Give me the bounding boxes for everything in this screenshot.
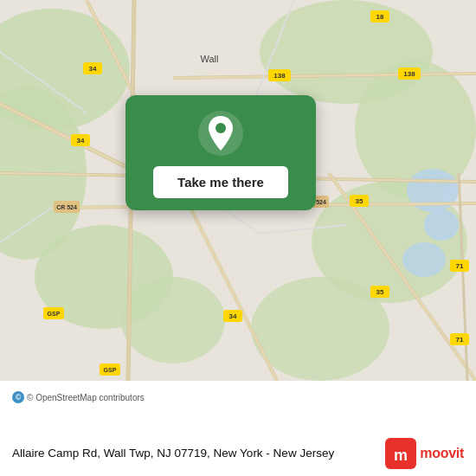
moovit-wordmark: moovit <box>420 446 464 461</box>
info-bar: © © OpenStreetMap contributors Allaire C… <box>0 381 476 476</box>
svg-text:34: 34 <box>89 65 97 73</box>
attribution-text: © OpenStreetMap contributors <box>27 393 145 402</box>
svg-text:18: 18 <box>376 13 384 21</box>
svg-text:m: m <box>394 447 408 464</box>
address-moovit-row: Allaire Camp Rd, Wall Twp, NJ 07719, New… <box>12 438 464 469</box>
svg-text:35: 35 <box>376 288 384 296</box>
svg-text:71: 71 <box>456 262 464 270</box>
svg-text:138: 138 <box>403 70 415 78</box>
svg-point-8 <box>121 277 225 363</box>
address-text: Allaire Camp Rd, Wall Twp, NJ 07719, New… <box>12 446 385 462</box>
svg-text:34: 34 <box>77 137 85 145</box>
take-me-there-button[interactable]: Take me there <box>153 166 288 198</box>
svg-text:34: 34 <box>229 312 237 320</box>
svg-text:Wall: Wall <box>201 54 219 64</box>
svg-text:GSP: GSP <box>104 367 117 373</box>
svg-point-12 <box>402 242 446 277</box>
svg-point-11 <box>424 209 459 241</box>
moovit-logo: m moovit <box>385 438 464 469</box>
attribution: © © OpenStreetMap contributors <box>12 391 464 403</box>
svg-point-7 <box>251 277 389 381</box>
svg-text:GSP: GSP <box>48 311 61 317</box>
svg-text:35: 35 <box>356 197 363 205</box>
map-container: 34 34 34 138 138 35 35 71 71 CR 524 CR 5… <box>0 0 476 381</box>
svg-text:138: 138 <box>273 72 286 80</box>
moovit-icon: m <box>385 438 416 469</box>
osm-logo: © <box>12 391 24 403</box>
svg-text:71: 71 <box>456 336 464 344</box>
svg-text:CR 524: CR 524 <box>56 204 77 210</box>
location-card: Take me there <box>125 95 316 210</box>
svg-point-63 <box>215 123 226 133</box>
location-pin-icon <box>198 111 243 156</box>
